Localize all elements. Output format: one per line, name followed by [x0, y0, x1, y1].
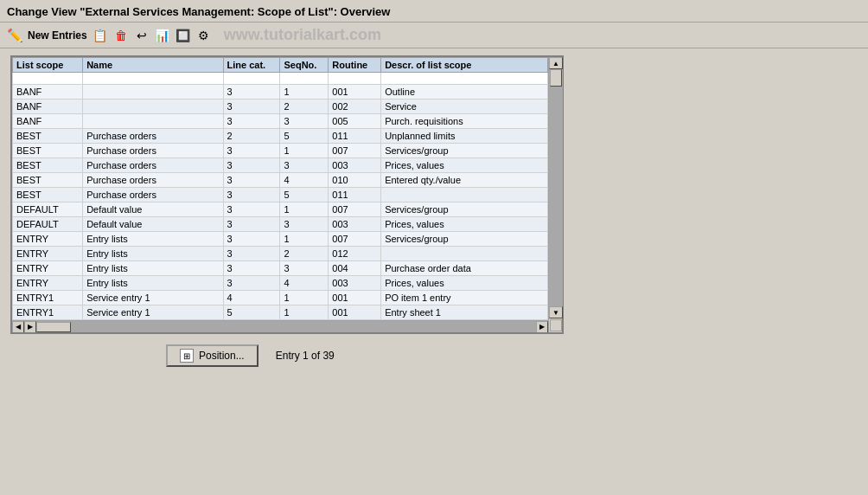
toolbar: ✏️ New Entries 📋 🗑 ↩ 📊 🔲 ⚙ www.tutorialk… — [0, 22, 868, 48]
scroll-left-button[interactable]: ◀ — [12, 321, 24, 333]
cell-descr: Unplanned limits — [381, 129, 548, 144]
scroll-up-button[interactable]: ▲ — [549, 57, 563, 69]
cell-routine: 007 — [329, 232, 381, 247]
col-header-descr[interactable]: Descr. of list scope — [381, 58, 548, 73]
filter-icon[interactable]: 🔲 — [176, 28, 191, 43]
table-row[interactable]: ENTRYEntry lists32012 — [13, 247, 548, 261]
settings-icon[interactable]: ⚙ — [196, 28, 212, 43]
horizontal-scrollbar[interactable]: ◀ ▶ ▶ — [12, 320, 548, 332]
table-row[interactable]: DEFAULTDefault value33003Prices, values — [13, 217, 548, 232]
cell-seqno: 5 — [280, 188, 329, 202]
cell-descr: Services/group — [381, 232, 548, 247]
cell-list-scope: ENTRY1 — [13, 305, 83, 320]
cell-name: Default value — [83, 217, 223, 232]
table-row[interactable]: BESTPurchase orders33003Prices, values — [13, 158, 548, 173]
cell-list-scope: BEST — [13, 129, 83, 144]
page-title: Change View "External Services Managemen… — [7, 5, 861, 18]
cell-routine: 004 — [329, 261, 381, 276]
table-row[interactable]: BANF33005Purch. requisitions — [13, 114, 548, 129]
col-header-list-scope[interactable]: List scope — [13, 58, 83, 73]
table-row[interactable]: DEFAULTDefault value31007Services/group — [13, 202, 548, 217]
table-row[interactable]: BESTPurchase orders35011 — [13, 188, 548, 202]
cell-line-cat: 3 — [223, 85, 280, 100]
table-filter-row — [13, 73, 548, 85]
cell-name — [83, 114, 223, 129]
main-area: List scope Name Line cat. SeqNo. Routine… — [0, 48, 868, 374]
cell-routine: 012 — [329, 247, 381, 261]
copy-icon[interactable]: 📋 — [93, 28, 108, 43]
table-row[interactable]: BANF32002Service — [13, 100, 548, 114]
cell-routine: 003 — [329, 276, 381, 291]
position-icon: ⊞ — [180, 349, 194, 363]
cell-descr: Services/group — [381, 144, 548, 158]
table-header-row: List scope Name Line cat. SeqNo. Routine… — [13, 58, 548, 73]
col-header-routine[interactable]: Routine — [329, 58, 381, 73]
scroll-right-button[interactable]: ▶ — [536, 321, 548, 333]
bottom-bar: ⊞ Position... Entry 1 of 39 — [10, 344, 858, 367]
pencil-icon[interactable]: ✏️ — [7, 28, 22, 43]
table-icon[interactable]: 📊 — [155, 28, 170, 43]
delete-icon[interactable]: 🗑 — [113, 28, 129, 43]
table-row[interactable]: ENTRYEntry lists33004Purchase order data — [13, 261, 548, 276]
col-header-line-cat[interactable]: Line cat. — [223, 58, 280, 73]
cell-seqno: 5 — [280, 129, 329, 144]
cell-name — [83, 85, 223, 100]
scroll-down-button[interactable]: ▼ — [549, 306, 563, 318]
cell-seqno: 1 — [280, 202, 329, 217]
v-scroll-track[interactable] — [549, 69, 563, 306]
cell-descr: Outline — [381, 85, 548, 100]
cell-line-cat: 3 — [223, 261, 280, 276]
cell-name: Service entry 1 — [83, 291, 223, 305]
cell-descr: Entry sheet 1 — [381, 305, 548, 320]
position-button[interactable]: ⊞ Position... — [166, 344, 258, 367]
cell-routine: 003 — [329, 217, 381, 232]
table-row[interactable]: ENTRY1Service entry 141001PO item 1 entr… — [13, 291, 548, 305]
table-row[interactable]: ENTRY1Service entry 151001Entry sheet 1 — [13, 305, 548, 320]
cell-list-scope: BEST — [13, 158, 83, 173]
cell-line-cat: 5 — [223, 305, 280, 320]
cell-routine: 001 — [329, 305, 381, 320]
h-scroll-thumb[interactable] — [36, 322, 71, 332]
v-scroll-thumb[interactable] — [550, 69, 562, 87]
position-label: Position... — [199, 350, 245, 362]
cell-name: Entry lists — [83, 261, 223, 276]
cell-routine: 003 — [329, 158, 381, 173]
cell-descr: Service — [381, 100, 548, 114]
scroll-lock-checkbox[interactable] — [550, 319, 562, 331]
table-row[interactable]: BESTPurchase orders34010Entered qty./val… — [13, 173, 548, 188]
cell-seqno: 1 — [280, 85, 329, 100]
h-scroll-track[interactable] — [36, 321, 536, 333]
table-row[interactable]: ENTRYEntry lists31007Services/group — [13, 232, 548, 247]
title-bar: Change View "External Services Managemen… — [0, 0, 868, 22]
cell-list-scope: BANF — [13, 85, 83, 100]
cell-line-cat: 3 — [223, 173, 280, 188]
table-row[interactable]: BANF31001Outline — [13, 85, 548, 100]
cell-seqno: 3 — [280, 261, 329, 276]
entry-info: Entry 1 of 39 — [276, 350, 335, 362]
cell-descr: Entered qty./value — [381, 173, 548, 188]
col-header-seqno[interactable]: SeqNo. — [280, 58, 329, 73]
cell-routine: 011 — [329, 188, 381, 202]
cell-name: Purchase orders — [83, 188, 223, 202]
data-table: List scope Name Line cat. SeqNo. Routine… — [12, 57, 548, 320]
cell-name: Purchase orders — [83, 173, 223, 188]
col-header-name[interactable]: Name — [83, 58, 223, 73]
new-entries-button[interactable]: New Entries — [28, 29, 87, 42]
scroll-right-arrow[interactable]: ▶ — [24, 321, 36, 333]
cell-list-scope: BEST — [13, 188, 83, 202]
cell-list-scope: ENTRY — [13, 261, 83, 276]
cell-descr: Prices, values — [381, 276, 548, 291]
table-row[interactable]: BESTPurchase orders25011Unplanned limits — [13, 129, 548, 144]
undo-icon[interactable]: ↩ — [134, 28, 150, 43]
cell-descr: Prices, values — [381, 217, 548, 232]
cell-list-scope: ENTRY — [13, 276, 83, 291]
cell-descr: Services/group — [381, 202, 548, 217]
cell-seqno: 3 — [280, 158, 329, 173]
vertical-scrollbar[interactable]: ▲ ▼ — [548, 57, 562, 332]
cell-routine: 007 — [329, 144, 381, 158]
table-row[interactable]: BESTPurchase orders31007Services/group — [13, 144, 548, 158]
table-row[interactable]: ENTRYEntry lists34003Prices, values — [13, 276, 548, 291]
data-table-container: List scope Name Line cat. SeqNo. Routine… — [10, 55, 564, 334]
cell-name: Entry lists — [83, 276, 223, 291]
cell-list-scope: BEST — [13, 144, 83, 158]
